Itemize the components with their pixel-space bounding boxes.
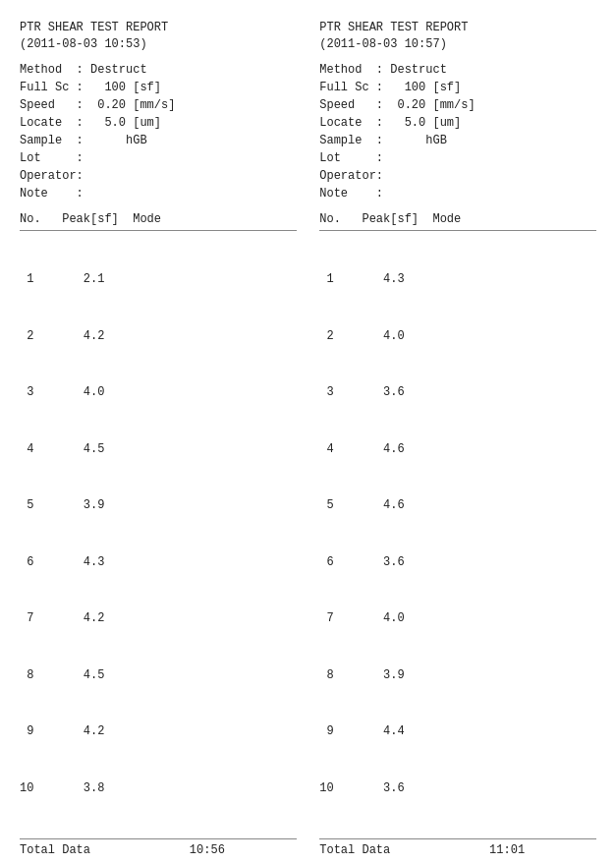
report-left-title: PTR SHEAR TEST REPORT (2011-08-03 10:53)	[20, 20, 297, 53]
report-left-rows: 1 2.1 2 4.2 3 4.0 4 4.5 5 3.9 6 4.3 7 4.…	[20, 233, 297, 836]
report-left-total: Total Data 10:56	[20, 841, 297, 859]
page: PTR SHEAR TEST REPORT (2011-08-03 10:53)…	[0, 0, 616, 864]
table-row: 9 4.2	[20, 722, 297, 741]
report-left-divider-mid	[20, 838, 297, 839]
table-row: 1 2.1	[20, 270, 297, 289]
table-row: 6 4.3	[20, 553, 297, 572]
table-row: 2 4.2	[20, 327, 297, 346]
table-row: 5 3.9	[20, 496, 297, 515]
table-row: 5 4.6	[319, 496, 596, 515]
report-right-title: PTR SHEAR TEST REPORT (2011-08-03 10:57)	[319, 20, 596, 53]
table-row: 3 4.0	[20, 383, 297, 402]
table-row: 10 3.8	[20, 779, 297, 798]
reports-container: PTR SHEAR TEST REPORT (2011-08-03 10:53)…	[10, 20, 606, 864]
report-right-rows: 1 4.3 2 4.0 3 3.6 4 4.6 5 4.6 6 3.6 7 4.…	[319, 233, 596, 836]
report-left-table-header: No. Peak[sf] Mode	[20, 210, 297, 228]
table-row: 8 3.9	[319, 666, 596, 685]
report-left-divider-top	[20, 230, 297, 231]
table-row: 10 3.6	[319, 779, 596, 798]
table-row: 8 4.5	[20, 666, 297, 685]
table-row: 7 4.0	[319, 609, 596, 628]
report-right-table-header: No. Peak[sf] Mode	[319, 210, 596, 228]
table-row: 7 4.2	[20, 609, 297, 628]
table-row: 2 4.0	[319, 327, 596, 346]
table-row: 4 4.6	[319, 440, 596, 459]
table-row: 9 4.4	[319, 722, 596, 741]
report-right-divider-top	[319, 230, 596, 231]
report-left: PTR SHEAR TEST REPORT (2011-08-03 10:53)…	[20, 20, 297, 864]
report-right-divider-mid	[319, 838, 596, 839]
table-row: 1 4.3	[319, 270, 596, 289]
report-left-meta: Method : Destruct Full Sc : 100 [sf] Spe…	[20, 61, 297, 202]
report-right-total: Total Data 11:01	[319, 841, 596, 859]
table-row: 4 4.5	[20, 440, 297, 459]
table-row: 6 3.6	[319, 553, 596, 572]
report-right-meta: Method : Destruct Full Sc : 100 [sf] Spe…	[319, 61, 596, 202]
report-right: PTR SHEAR TEST REPORT (2011-08-03 10:57)…	[319, 20, 596, 864]
table-row: 3 3.6	[319, 383, 596, 402]
